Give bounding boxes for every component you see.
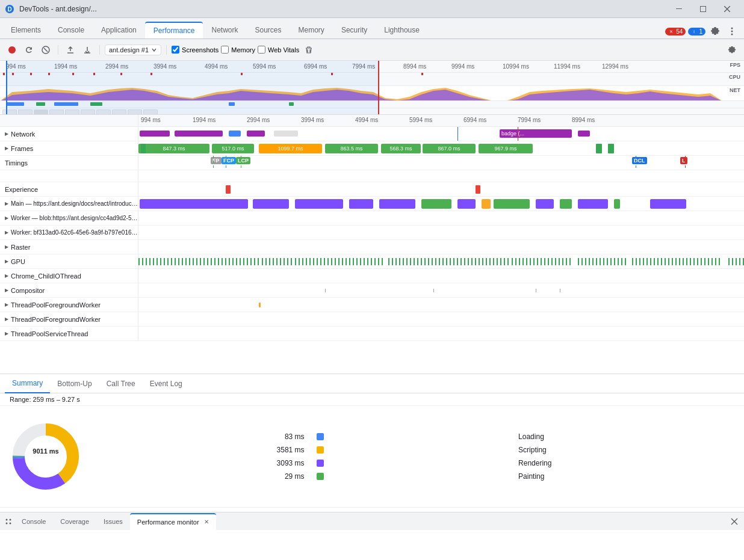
gpu-block xyxy=(632,258,722,265)
refresh-icon xyxy=(25,46,33,54)
gpu-block xyxy=(512,258,572,265)
net-block xyxy=(247,131,265,137)
track-main-content xyxy=(138,197,744,211)
tab-summary[interactable]: Summary xyxy=(5,374,50,393)
expand-icon: ▶ xyxy=(5,316,8,322)
close-button[interactable] xyxy=(715,0,739,18)
minimize-button[interactable] xyxy=(667,0,691,18)
track-childio-label: ▶ Chrome_ChildIOThread xyxy=(0,269,138,283)
tab-security[interactable]: Security xyxy=(333,22,376,38)
tracks-container[interactable]: ▶ Network badge (... tru... ▶ xyxy=(0,127,744,374)
track-gpu[interactable]: ▶ GPU xyxy=(0,254,744,269)
svg-point-11 xyxy=(731,31,733,32)
scripting-label: Scripting xyxy=(518,446,734,454)
settings-button[interactable] xyxy=(708,24,722,38)
expand-icon: ▶ xyxy=(5,201,8,206)
track-raster-label: ▶ Raster xyxy=(0,240,138,254)
screenshots-checkbox[interactable]: Screenshots xyxy=(172,46,219,54)
track-network[interactable]: ▶ Network badge (... tru... xyxy=(0,127,744,141)
gpu-block xyxy=(388,258,509,265)
title-bar: D DevTools - ant.design/... xyxy=(0,0,744,18)
memory-label: Memory xyxy=(231,46,255,54)
tab-console[interactable]: Console xyxy=(49,22,93,38)
track-experience[interactable]: Experience xyxy=(0,182,744,197)
upload-button[interactable] xyxy=(63,43,78,57)
stop-button[interactable] xyxy=(39,43,53,57)
track-main-label: ▶ Main — https://ant.design/docs/react/i… xyxy=(0,197,138,211)
expand-icon: ▶ xyxy=(5,131,8,137)
drawer-close-button[interactable] xyxy=(727,514,742,529)
trash-button[interactable] xyxy=(302,43,316,57)
tab-sources[interactable]: Sources xyxy=(247,22,290,38)
l-marker: L xyxy=(680,157,687,164)
dcl-marker: DCL xyxy=(632,157,647,164)
maximize-button[interactable] xyxy=(691,0,715,18)
track-threadpool2[interactable]: ▶ ThreadPoolForegroundWorker xyxy=(0,312,744,327)
record-button[interactable] xyxy=(5,43,19,57)
task-block xyxy=(536,199,554,209)
track-gpu-label: ▶ GPU xyxy=(0,254,138,268)
track-raster[interactable]: ▶ Raster xyxy=(0,240,744,254)
svg-line-15 xyxy=(44,48,48,52)
fcp-marker: FCP xyxy=(222,157,236,164)
tab-memory[interactable]: Memory xyxy=(290,22,333,38)
tab-network[interactable]: Network xyxy=(203,22,246,38)
track-worker1[interactable]: ▶ Worker — blob:https://ant.design/cc4ad… xyxy=(0,211,744,226)
tab-application[interactable]: Application xyxy=(93,22,145,38)
track-worker2[interactable]: ▶ Worker: bf313ad0-62c6-45e6-9a9f-b797e0… xyxy=(0,226,744,240)
download-icon xyxy=(83,46,91,54)
drawer-tab-performance-monitor[interactable]: Performance monitor ✕ xyxy=(130,513,216,530)
tab-close-icon[interactable]: ✕ xyxy=(204,518,209,525)
info-icon: i xyxy=(691,28,697,34)
tab-bottom-up[interactable]: Bottom-Up xyxy=(50,374,99,393)
task-block xyxy=(140,199,248,209)
painting-label: Painting xyxy=(518,472,734,481)
more-button[interactable] xyxy=(725,24,739,38)
expand-icon: ▶ xyxy=(5,331,8,336)
track-frames-label: ▶ Frames xyxy=(0,141,138,155)
svg-rect-2 xyxy=(676,8,682,9)
tab-call-tree[interactable]: Call Tree xyxy=(99,374,143,393)
svg-text:D: D xyxy=(7,6,11,13)
memory-checkbox[interactable]: Memory xyxy=(221,46,255,54)
refresh-button[interactable] xyxy=(22,43,36,57)
net-block xyxy=(274,131,298,137)
track-threadpool1[interactable]: ▶ ThreadPoolForegroundWorker xyxy=(0,298,744,312)
lcp-marker: LCP xyxy=(236,157,250,164)
url-select[interactable]: ant.design #1 xyxy=(105,45,161,55)
download-button[interactable] xyxy=(80,43,95,57)
frame-block: 847.3 ms xyxy=(138,144,209,153)
drawer-tab-issues[interactable]: Issues xyxy=(96,513,130,530)
separator-3 xyxy=(166,45,167,55)
net-block xyxy=(578,131,590,137)
track-threadpool2-content xyxy=(138,312,744,326)
track-servicethread[interactable]: ▶ ThreadPoolServiceThread xyxy=(0,327,744,341)
track-compositor[interactable]: ▶ Compositor xyxy=(0,283,744,298)
track-main[interactable]: ▶ Main — https://ant.design/docs/react/i… xyxy=(0,197,744,211)
tab-performance[interactable]: Performance xyxy=(145,22,203,38)
tab-lighthouse[interactable]: Lighthouse xyxy=(376,22,428,38)
track-timings[interactable]: Timings FP FCP LCP DCL L xyxy=(0,156,744,170)
drag-icon xyxy=(4,517,13,526)
tab-event-log[interactable]: Event Log xyxy=(143,374,190,393)
timeline-overview[interactable]: 994 ms 1994 ms 2994 ms 3994 ms 4994 ms 5… xyxy=(0,61,744,115)
tab-elements[interactable]: Elements xyxy=(2,22,49,38)
task-block xyxy=(253,199,289,209)
summary-tabs: Summary Bottom-Up Call Tree Event Log xyxy=(0,374,744,393)
webvitals-checkbox[interactable]: Web Vitals xyxy=(258,46,299,54)
time-ruler-overview: 994 ms 1994 ms 2994 ms 3994 ms 4994 ms 5… xyxy=(0,61,744,73)
drawer-tab-coverage[interactable]: Coverage xyxy=(53,513,96,530)
drawer-tab-console[interactable]: Console xyxy=(14,513,53,530)
gpu-block xyxy=(262,258,292,265)
info-badge[interactable]: i 1 xyxy=(688,28,705,35)
close-icon xyxy=(730,517,739,526)
task-block xyxy=(421,199,451,209)
track-childio[interactable]: ▶ Chrome_ChildIOThread xyxy=(0,269,744,283)
track-frames[interactable]: ▶ Frames 847.3 ms 517.0 ms 1099.7 ms 863… xyxy=(0,141,744,156)
drawer-dots[interactable] xyxy=(2,513,14,530)
error-badge[interactable]: ✕ 54 xyxy=(665,28,686,35)
title-bar-title: DevTools - ant.design/... xyxy=(19,5,662,13)
nav-right: ✕ 54 i 1 xyxy=(665,24,744,38)
panel-gear-icon xyxy=(728,46,736,54)
panel-settings-button[interactable] xyxy=(725,43,739,57)
